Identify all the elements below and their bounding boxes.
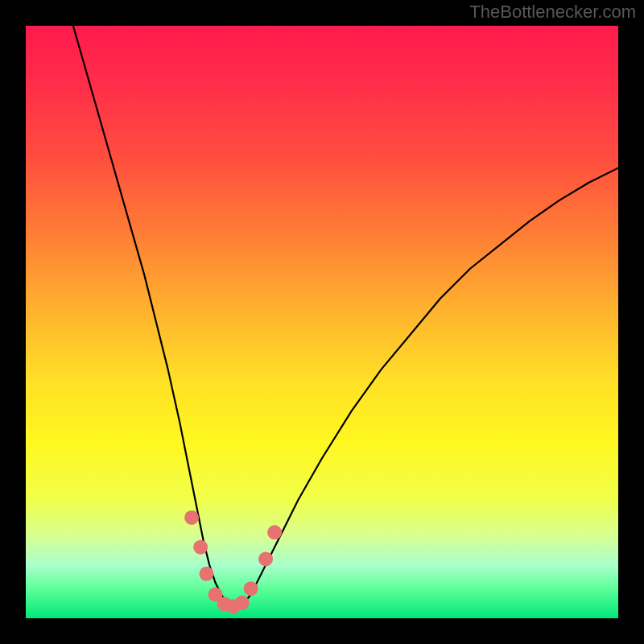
- gradient-plot-area: [26, 26, 618, 618]
- watermark-text: TheBottlenecker.com: [469, 2, 636, 22]
- data-point: [267, 525, 282, 539]
- data-point: [244, 581, 258, 596]
- data-point: [235, 596, 250, 610]
- chart-svg: TheBottlenecker.com: [0, 0, 644, 644]
- data-point: [258, 551, 273, 566]
- data-point: [184, 510, 199, 525]
- data-point: [193, 540, 208, 555]
- data-point: [199, 567, 213, 581]
- chart-container: TheBottlenecker.com: [0, 0, 644, 644]
